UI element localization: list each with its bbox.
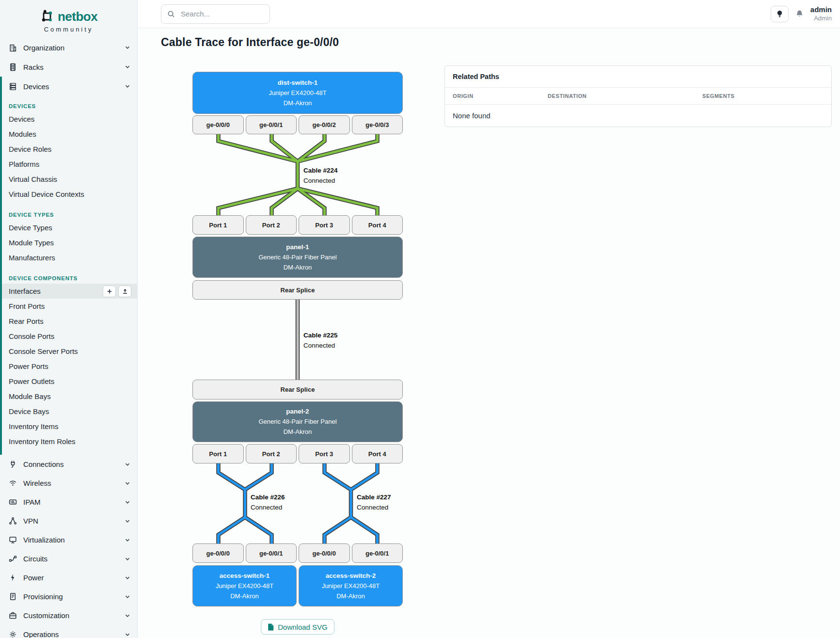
sidebar-item[interactable]: Rear Ports	[0, 314, 137, 329]
interface-box[interactable]: ge-0/0/1	[246, 543, 297, 563]
device-node-access-switch-1[interactable]: access-switch-1 Juniper EX4200-48T DM-Ak…	[192, 565, 297, 606]
import-button[interactable]	[118, 286, 131, 297]
brand-name: netbox	[58, 9, 97, 24]
sidebar-group-label: IPAM	[23, 498, 41, 506]
port-box[interactable]: Port 2	[246, 215, 297, 235]
sidebar-item[interactable]: Virtual Chassis	[0, 172, 137, 187]
sidebar-item[interactable]: Manufacturers	[0, 250, 137, 265]
sidebar-group-circuits[interactable]: Circuits	[0, 549, 137, 568]
port-box[interactable]: Port 4	[352, 444, 403, 463]
vpn-icon	[9, 517, 17, 525]
interface-box[interactable]: ge-0/0/0	[299, 543, 350, 563]
search-icon	[167, 10, 175, 18]
sidebar-section-devices-items: DevicesModulesDevice RolesPlatformsVirtu…	[0, 112, 137, 202]
user-role: Admin	[810, 15, 832, 22]
interface-box[interactable]: ge-0/0/3	[352, 115, 403, 134]
main-content: admin Admin Cable Trace for Interface ge…	[138, 0, 840, 638]
sidebar-group-label: Operations	[23, 630, 59, 638]
notifications-bell-icon[interactable]	[795, 10, 804, 18]
column-header: ORIGIN	[453, 93, 548, 99]
sidebar-group-label: Circuits	[23, 555, 48, 563]
sidebar-item[interactable]: Virtual Device Contexts	[0, 187, 137, 202]
sidebar-item[interactable]: Device Types	[0, 220, 137, 235]
port-box[interactable]: Port 1	[192, 215, 244, 235]
rear-splice-box-bottom[interactable]: Rear Splice	[192, 380, 403, 399]
sidebar-group-connections[interactable]: Connections	[0, 455, 137, 474]
access2-interfaces: ge-0/0/0ge-0/0/1	[299, 543, 403, 563]
interface-box[interactable]: ge-0/0/0	[192, 543, 244, 563]
interface-box[interactable]: ge-0/0/0	[192, 115, 244, 134]
search-box[interactable]	[161, 4, 270, 24]
port-box[interactable]: Port 1	[192, 444, 244, 463]
sidebar-group-provisioning[interactable]: Provisioning	[0, 587, 137, 606]
sidebar-item[interactable]: Power Outlets	[0, 374, 137, 389]
sidebar-group-devices[interactable]: Devices	[0, 77, 137, 96]
column-header: SEGMENTS	[702, 93, 824, 99]
sidebar-item[interactable]: Devices	[0, 112, 137, 127]
sidebar-item[interactable]: Console Ports	[0, 329, 137, 344]
device-node-access-switch-2[interactable]: access-switch-2 Juniper EX4200-48T DM-Ak…	[299, 565, 403, 606]
chevron-down-icon	[125, 83, 130, 89]
sidebar-group-ipam[interactable]: IPAM	[0, 493, 137, 511]
chevron-down-icon	[125, 480, 130, 486]
chevron-down-icon	[125, 613, 130, 619]
sidebar-group-customization[interactable]: Customization	[0, 606, 137, 625]
port-box[interactable]: Port 3	[299, 444, 350, 463]
user-menu[interactable]: admin Admin	[810, 5, 832, 22]
sidebar-group-label: Devices	[23, 82, 49, 91]
sidebar-section-device-components-items: Interfaces Front Ports	[0, 284, 137, 449]
download-svg-button[interactable]: Download SVG	[261, 619, 334, 635]
device-node-panel-1[interactable]: panel-1 Generic 48-Pair Fiber Panel DM-A…	[192, 237, 403, 278]
sidebar-group-virtualization[interactable]: Virtualization	[0, 530, 137, 549]
topbar: admin Admin	[138, 0, 840, 28]
power-icon	[9, 574, 17, 582]
chevron-down-icon	[125, 575, 130, 581]
sidebar-group-label: Virtualization	[23, 536, 65, 544]
devices-icon	[9, 82, 17, 91]
sidebar-item[interactable]: Interfaces	[0, 284, 137, 299]
sidebar-item[interactable]: Module Bays	[0, 389, 137, 404]
interface-box[interactable]: ge-0/0/1	[246, 115, 297, 134]
sidebar-group-operations[interactable]: Operations	[0, 625, 137, 638]
sidebar-item[interactable]: Platforms	[0, 157, 137, 172]
cable-paths	[192, 72, 403, 557]
sidebar-item[interactable]: Power Ports	[0, 359, 137, 374]
cable-225-label[interactable]: Cable #225 Connected	[303, 332, 338, 349]
cable-227-label[interactable]: Cable #227 Connected	[357, 494, 391, 511]
sidebar-item[interactable]: Device Bays	[0, 404, 137, 419]
sidebar-group-vpn[interactable]: VPN	[0, 511, 137, 530]
sidebar-item[interactable]: Modules	[0, 127, 137, 142]
device-node-dist-switch-1[interactable]: dist-switch-1 Juniper EX4200-48T DM-Akro…	[192, 72, 403, 114]
device-node-panel-2[interactable]: panel-2 Generic 48-Pair Fiber Panel DM-A…	[192, 401, 403, 442]
virtualization-icon	[9, 536, 17, 544]
sidebar-item[interactable]: Inventory Items	[0, 419, 137, 434]
sidebar-item[interactable]: Module Types	[0, 235, 137, 250]
sidebar-item[interactable]: Front Ports	[0, 299, 137, 314]
interface-box[interactable]: ge-0/0/2	[299, 115, 350, 134]
related-paths-column-headers: ORIGINDESTINATIONSEGMENTS	[445, 88, 831, 105]
port-box[interactable]: Port 3	[299, 215, 350, 235]
sidebar-item[interactable]: Console Server Ports	[0, 344, 137, 359]
interface-box[interactable]: ge-0/0/1	[352, 543, 403, 563]
sidebar-item[interactable]: Device Roles	[0, 142, 137, 157]
sidebar-group-organization[interactable]: Organization	[0, 38, 137, 57]
sidebar-section-header: DEVICE TYPES	[0, 209, 137, 220]
netbox-app: netbox Community Organization	[0, 0, 840, 638]
cable-226-label[interactable]: Cable #226 Connected	[251, 494, 285, 511]
access-switch-row: access-switch-1 Juniper EX4200-48T DM-Ak…	[192, 565, 403, 606]
dark-mode-toggle-button[interactable]	[771, 6, 789, 22]
brand-logo[interactable]: netbox Community	[0, 0, 137, 38]
related-paths-title: Related Paths	[445, 66, 831, 88]
cable-224-label[interactable]: Cable #224 Connected	[303, 167, 338, 184]
circuits-icon	[9, 555, 17, 563]
sidebar-item[interactable]: Inventory Item Roles	[0, 434, 137, 449]
add-button[interactable]	[103, 286, 116, 297]
rear-splice-box-top[interactable]: Rear Splice	[192, 280, 403, 300]
sidebar-group-wireless[interactable]: Wireless	[0, 474, 137, 493]
search-input[interactable]	[180, 9, 278, 18]
port-box[interactable]: Port 4	[352, 215, 403, 235]
sidebar-group-power[interactable]: Power	[0, 568, 137, 587]
wireless-icon	[9, 479, 17, 487]
sidebar-group-racks[interactable]: Racks	[0, 57, 137, 77]
port-box[interactable]: Port 2	[246, 444, 297, 463]
